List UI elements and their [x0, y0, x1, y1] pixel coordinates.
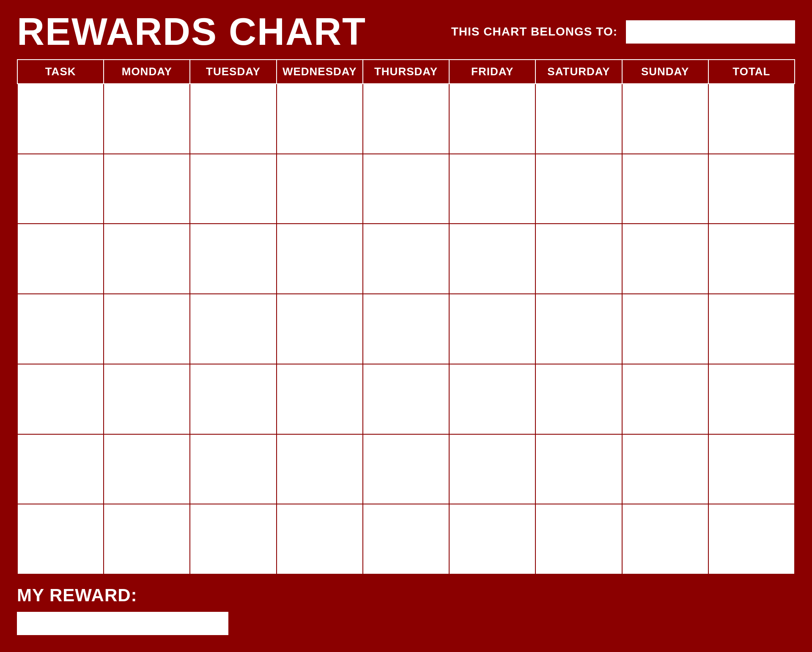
table-container: TASK MONDAY TUESDAY WEDNESDAY THURSDAY F…	[17, 59, 795, 575]
cell-sat-1[interactable]	[535, 84, 622, 154]
cell-tue-3[interactable]	[190, 224, 276, 294]
cell-task-3[interactable]	[17, 224, 104, 294]
cell-mon-2[interactable]	[104, 154, 190, 224]
page-title: REWARDS CHART	[17, 13, 366, 51]
cell-tot-4[interactable]	[708, 294, 795, 364]
cell-tot-1[interactable]	[708, 84, 795, 154]
cell-fri-5[interactable]	[449, 364, 535, 434]
name-input[interactable]	[626, 20, 795, 44]
cell-wed-1[interactable]	[277, 84, 363, 154]
header: REWARDS CHART THIS CHART BELONGS TO:	[17, 13, 795, 59]
cell-tot-6[interactable]	[708, 434, 795, 504]
cell-thu-7[interactable]	[363, 504, 449, 574]
cell-fri-6[interactable]	[449, 434, 535, 504]
col-sunday: SUNDAY	[622, 60, 708, 84]
cell-sat-5[interactable]	[535, 364, 622, 434]
cell-thu-6[interactable]	[363, 434, 449, 504]
cell-wed-7[interactable]	[277, 504, 363, 574]
cell-mon-6[interactable]	[104, 434, 190, 504]
cell-mon-4[interactable]	[104, 294, 190, 364]
table-row	[17, 224, 795, 294]
cell-fri-1[interactable]	[449, 84, 535, 154]
col-task: TASK	[17, 60, 104, 84]
cell-sun-6[interactable]	[622, 434, 708, 504]
cell-wed-5[interactable]	[277, 364, 363, 434]
cell-task-7[interactable]	[17, 504, 104, 574]
belongs-to-label: THIS CHART BELONGS TO:	[451, 25, 617, 38]
cell-sun-4[interactable]	[622, 294, 708, 364]
cell-tue-7[interactable]	[190, 504, 276, 574]
cell-thu-5[interactable]	[363, 364, 449, 434]
cell-task-4[interactable]	[17, 294, 104, 364]
table-row	[17, 504, 795, 574]
cell-fri-4[interactable]	[449, 294, 535, 364]
cell-tot-7[interactable]	[708, 504, 795, 574]
cell-tue-6[interactable]	[190, 434, 276, 504]
cell-sun-2[interactable]	[622, 154, 708, 224]
cell-tue-1[interactable]	[190, 84, 276, 154]
cell-sun-3[interactable]	[622, 224, 708, 294]
table-header-row: TASK MONDAY TUESDAY WEDNESDAY THURSDAY F…	[17, 60, 795, 84]
cell-sat-2[interactable]	[535, 154, 622, 224]
cell-tot-5[interactable]	[708, 364, 795, 434]
cell-wed-4[interactable]	[277, 294, 363, 364]
cell-fri-7[interactable]	[449, 504, 535, 574]
cell-sat-7[interactable]	[535, 504, 622, 574]
cell-sun-1[interactable]	[622, 84, 708, 154]
cell-mon-5[interactable]	[104, 364, 190, 434]
reward-input[interactable]	[17, 612, 228, 635]
col-total: tOTAL	[708, 60, 795, 84]
footer: MY REWARD:	[17, 575, 795, 635]
cell-task-5[interactable]	[17, 364, 104, 434]
cell-task-2[interactable]	[17, 154, 104, 224]
cell-mon-7[interactable]	[104, 504, 190, 574]
cell-tot-2[interactable]	[708, 154, 795, 224]
cell-sun-7[interactable]	[622, 504, 708, 574]
col-wednesday: WEDNESDAY	[277, 60, 363, 84]
cell-tot-3[interactable]	[708, 224, 795, 294]
col-monday: MONDAY	[104, 60, 190, 84]
table-row	[17, 364, 795, 434]
table-row	[17, 84, 795, 154]
cell-task-6[interactable]	[17, 434, 104, 504]
rewards-table: TASK MONDAY TUESDAY WEDNESDAY THURSDAY F…	[17, 59, 795, 575]
cell-tue-2[interactable]	[190, 154, 276, 224]
cell-thu-3[interactable]	[363, 224, 449, 294]
col-friday: FRIDAY	[449, 60, 535, 84]
col-tuesday: TUESDAY	[190, 60, 276, 84]
cell-tue-5[interactable]	[190, 364, 276, 434]
table-row	[17, 154, 795, 224]
cell-wed-3[interactable]	[277, 224, 363, 294]
cell-sat-6[interactable]	[535, 434, 622, 504]
cell-thu-4[interactable]	[363, 294, 449, 364]
cell-thu-2[interactable]	[363, 154, 449, 224]
cell-mon-1[interactable]	[104, 84, 190, 154]
col-saturday: SATURDAY	[535, 60, 622, 84]
table-row	[17, 434, 795, 504]
page-wrapper: REWARDS CHART THIS CHART BELONGS TO: TAS…	[0, 0, 812, 652]
table-row	[17, 294, 795, 364]
cell-sun-5[interactable]	[622, 364, 708, 434]
cell-mon-3[interactable]	[104, 224, 190, 294]
cell-sat-3[interactable]	[535, 224, 622, 294]
cell-wed-2[interactable]	[277, 154, 363, 224]
cell-tue-4[interactable]	[190, 294, 276, 364]
cell-thu-1[interactable]	[363, 84, 449, 154]
col-thursday: THURSDAY	[363, 60, 449, 84]
reward-label: MY REWARD:	[17, 585, 795, 605]
cell-task-1[interactable]	[17, 84, 104, 154]
cell-sat-4[interactable]	[535, 294, 622, 364]
cell-fri-3[interactable]	[449, 224, 535, 294]
cell-wed-6[interactable]	[277, 434, 363, 504]
belongs-to-section: THIS CHART BELONGS TO:	[451, 20, 795, 44]
cell-fri-2[interactable]	[449, 154, 535, 224]
